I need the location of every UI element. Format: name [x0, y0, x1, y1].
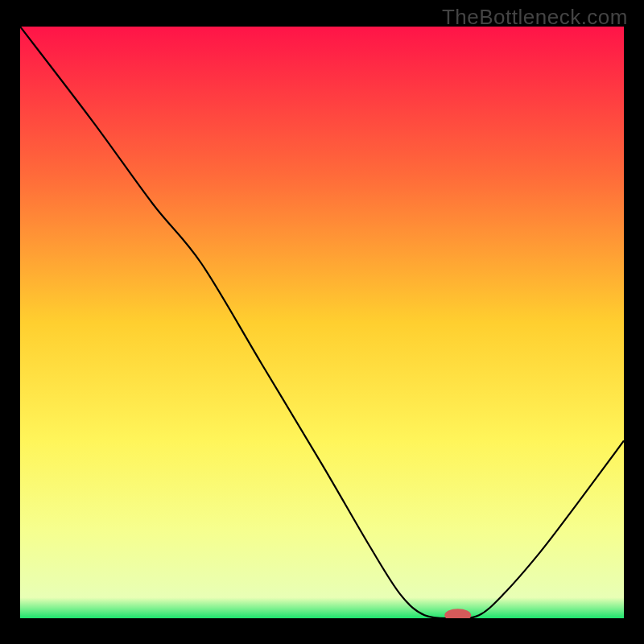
plot-area: [20, 27, 624, 618]
chart-frame: TheBottleneck.com: [0, 0, 644, 644]
gradient-rect: [20, 27, 624, 618]
chart-svg: [20, 27, 624, 618]
